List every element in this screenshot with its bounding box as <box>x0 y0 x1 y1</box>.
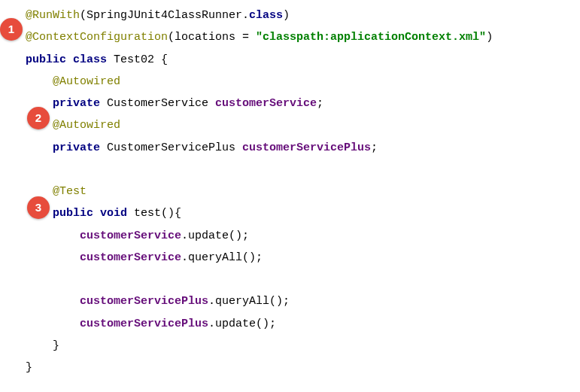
code-block: @RunWith(SpringJUnit4ClassRunner.class) … <box>0 0 580 378</box>
closing-brace-class: } <box>26 361 32 374</box>
bubble-1-text: 1 <box>8 18 14 40</box>
annotation-bubble-2: 2 <box>27 107 50 129</box>
void-keyword: void <box>100 207 127 220</box>
customerserviceplus-field: customerServicePlus <box>242 141 371 154</box>
ctx-string-literal: "classpath:applicationContext.xml" <box>256 31 486 44</box>
bubble-3-text: 3 <box>35 196 41 218</box>
line2-call: .queryAll(); <box>181 251 263 264</box>
class-keyword-2: class <box>73 53 107 66</box>
bubble-2-text: 2 <box>35 107 41 129</box>
customerserviceplus-type: CustomerServicePlus <box>100 141 242 154</box>
line3-call: .queryAll(); <box>208 295 290 308</box>
class-name: Test02 { <box>107 53 168 66</box>
runwith-open: ( <box>80 9 87 22</box>
closing-brace-method: } <box>26 339 59 352</box>
public-keyword: public <box>26 53 66 66</box>
test-signature: test(){ <box>127 207 181 220</box>
customerservice-type: CustomerService <box>100 97 215 110</box>
annotation-bubble-1: 1 <box>0 18 23 41</box>
contextconfig-annotation: @ContextConfiguration <box>26 31 168 44</box>
runwith-annotation: @RunWith <box>26 9 80 22</box>
line1-object: customerService <box>80 229 181 242</box>
ctx-args-prefix: (locations = <box>168 31 256 44</box>
semicolon-1: ; <box>317 97 323 110</box>
line2-object: customerService <box>80 251 181 264</box>
runwith-arg-type: SpringJUnit4ClassRunner. <box>87 9 249 22</box>
customerservice-field: customerService <box>215 97 317 110</box>
line3-object: customerServicePlus <box>80 295 208 308</box>
semicolon-2: ; <box>371 141 378 154</box>
line1-call: .update(); <box>181 229 249 242</box>
line4-call: .update(); <box>208 318 276 330</box>
private-keyword-1: private <box>53 97 100 110</box>
runwith-close: ) <box>283 9 290 22</box>
autowired-annotation-1: @Autowired <box>53 75 120 88</box>
test-annotation: @Test <box>53 185 87 198</box>
line4-object: customerServicePlus <box>80 318 208 330</box>
private-keyword-2: private <box>53 141 100 154</box>
public-keyword-2: public <box>53 207 93 220</box>
autowired-annotation-2: @Autowired <box>53 119 120 132</box>
annotation-bubble-3: 3 <box>27 196 50 219</box>
ctx-args-suffix: ) <box>486 31 493 44</box>
class-keyword: class <box>249 9 283 22</box>
